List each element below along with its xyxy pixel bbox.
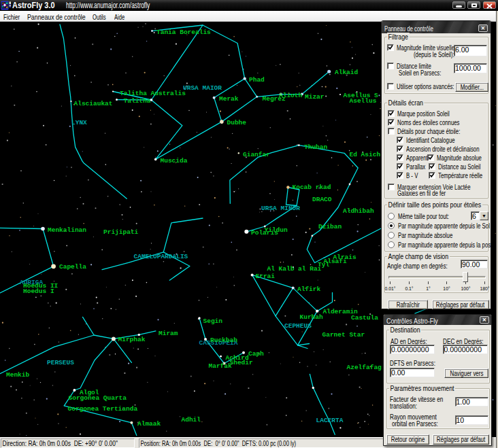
svg-text:Talitha: Talitha	[124, 97, 151, 105]
svg-text:LACERTA: LACERTA	[316, 417, 344, 424]
svg-text:Errai: Errai	[256, 273, 276, 280]
svg-text:Caph: Caph	[248, 350, 264, 358]
svg-text:Segin: Segin	[203, 317, 223, 325]
svg-text:Shedir: Shedir	[230, 359, 254, 366]
svg-text:Phad: Phad	[249, 76, 265, 84]
svg-text:Almaak: Almaak	[137, 420, 161, 428]
svg-text:Tania Borealis: Tania Borealis	[156, 29, 211, 36]
svg-text:Alioth: Alioth	[279, 92, 303, 99]
svg-text:Capella: Capella	[59, 263, 86, 271]
svg-text:Talitha Australis: Talitha Australis	[120, 90, 186, 97]
svg-text:Prijipati: Prijipati	[103, 228, 139, 236]
svg-text:Mizar: Mizar	[305, 93, 325, 101]
svg-text:Merak: Merak	[219, 95, 239, 103]
svg-text:Aldhibah: Aldhibah	[343, 207, 374, 215]
svg-text:Alkaid: Alkaid	[335, 69, 359, 76]
svg-text:Ruckbah: Ruckbah	[210, 337, 237, 344]
svg-text:Gorgonea Tertianda: Gorgonea Tertianda	[68, 405, 138, 413]
svg-text:Adhil: Adhil	[182, 416, 201, 424]
svg-text:Asellus: Asellus	[350, 97, 377, 105]
svg-text:Mirphak: Mirphak	[118, 336, 146, 343]
svg-text:PERSEUS: PERSEUS	[47, 359, 74, 366]
svg-text:CEPHEUS: CEPHEUS	[284, 322, 312, 330]
svg-text:Kurhah: Kurhah	[300, 313, 324, 321]
svg-text:Miram: Miram	[159, 330, 178, 337]
svg-text:LYNX: LYNX	[71, 119, 87, 126]
svg-text:Kocab rkad: Kocab rkad	[293, 184, 331, 191]
svg-text:Dziban: Dziban	[318, 223, 342, 230]
svg-text:Marfak: Marfak	[209, 362, 233, 370]
svg-text:Gorgonea Quarta: Gorgonea Quarta	[69, 394, 127, 402]
svg-text:Thuban: Thuban	[304, 143, 328, 151]
svg-text:Al Kalb al Rai: Al Kalb al Rai	[267, 265, 322, 273]
svg-text:Hoedus I: Hoedus I	[23, 288, 54, 295]
svg-text:Menkalinan: Menkalinan	[48, 226, 86, 234]
svg-text:URSA MINOR: URSA MINOR	[261, 205, 300, 212]
svg-text:Garnet Star: Garnet Star	[322, 331, 365, 339]
svg-text:Gianfar: Gianfar	[243, 151, 270, 158]
svg-text:Ed Asich: Ed Asich	[350, 151, 381, 158]
svg-text:Azelfafag: Azelfafag	[347, 364, 382, 371]
svg-text:CAMELOPARDALIS: CAMELOPARDALIS	[134, 253, 188, 260]
svg-text:Alfirk: Alfirk	[297, 286, 321, 293]
svg-text:Alsciaukat: Alsciaukat	[74, 100, 113, 107]
svg-text:Polaris: Polaris	[251, 229, 278, 237]
svg-text:URSA MAIOR: URSA MAIOR	[183, 84, 222, 92]
svg-text:Muscida: Muscida	[161, 157, 188, 165]
svg-text:Dubhe: Dubhe	[227, 119, 247, 126]
svg-text:Menkib: Menkib	[6, 371, 30, 379]
svg-text:Castula: Castula	[351, 314, 378, 322]
svg-text:DRACO: DRACO	[312, 196, 332, 203]
